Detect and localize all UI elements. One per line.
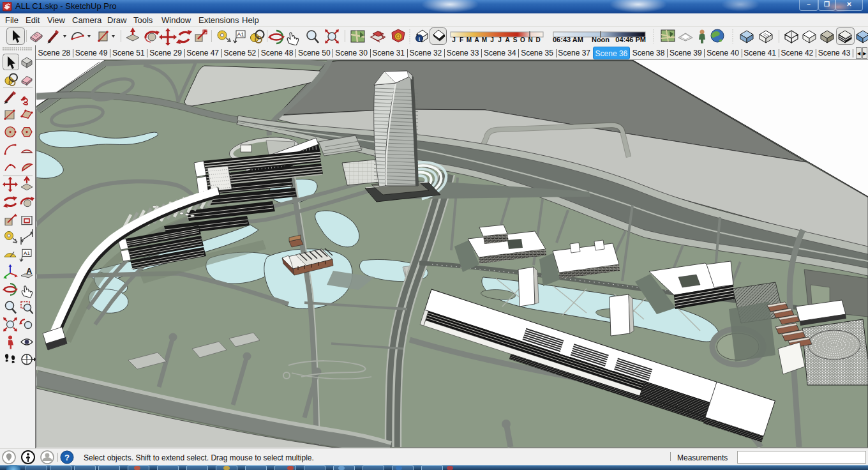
svg-text:04:46 PM: 04:46 PM [615, 36, 646, 43]
svg-text:0: 0 [26, 355, 28, 359]
svg-text:J: J [452, 36, 456, 43]
svg-text:A: A [505, 36, 509, 43]
svg-text:A1: A1 [24, 250, 30, 256]
svg-text:?: ? [64, 453, 70, 462]
svg-text:A: A [474, 36, 479, 43]
svg-text:06:43 AM: 06:43 AM [553, 36, 583, 43]
svg-text:N: N [528, 36, 532, 43]
svg-text:F: F [460, 36, 463, 43]
svg-text:M: M [482, 36, 487, 43]
svg-text:S: S [513, 36, 518, 43]
svg-text:D: D [535, 36, 540, 43]
svg-text:J: J [490, 36, 494, 43]
svg-text:A: A [26, 266, 33, 276]
svg-text:A1: A1 [237, 31, 244, 38]
svg-text:Noon: Noon [592, 36, 610, 43]
svg-text:O: O [520, 36, 525, 43]
svg-text:M: M [467, 36, 472, 43]
svg-text:J: J [498, 36, 502, 43]
